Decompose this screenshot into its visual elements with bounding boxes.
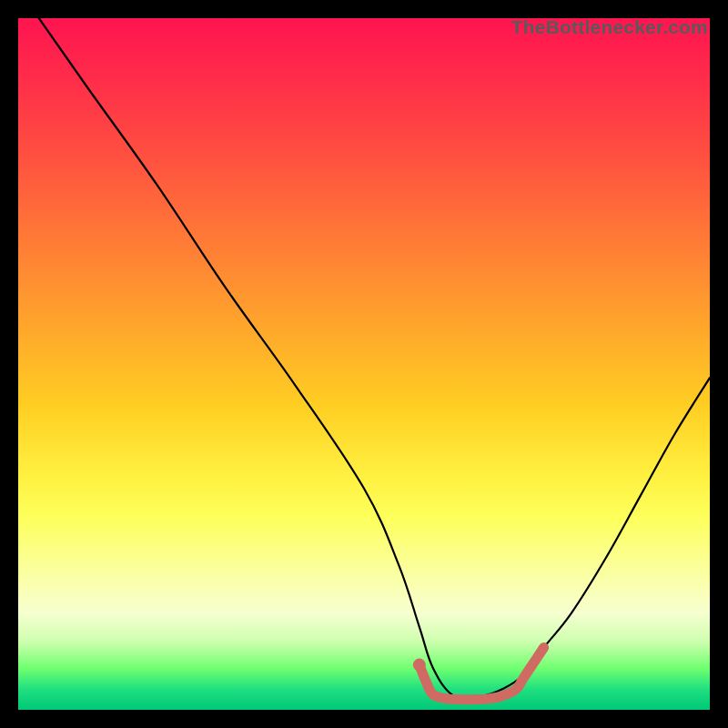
chart-container: TheBottleneсker.com — [0, 0, 728, 728]
plot-area — [18, 18, 710, 710]
watermark: TheBottleneсker.com — [511, 16, 708, 38]
